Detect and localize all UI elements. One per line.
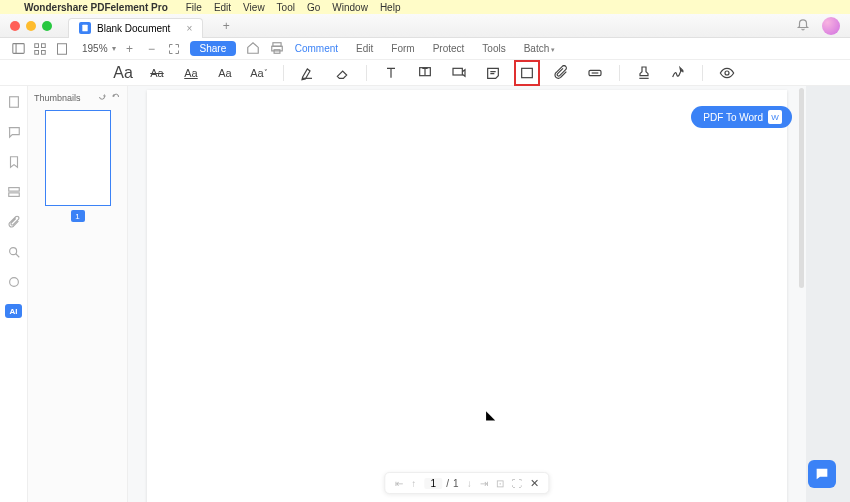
last-page-icon[interactable]: ⇥ (480, 478, 488, 489)
maximize-window-button[interactable] (42, 21, 52, 31)
fit-page-icon[interactable] (166, 41, 182, 57)
tab-edit[interactable]: Edit (356, 43, 373, 54)
svg-rect-6 (42, 50, 46, 54)
rectangle-tool[interactable] (517, 63, 537, 83)
svg-point-16 (725, 71, 729, 75)
bell-icon[interactable] (796, 17, 810, 35)
chevron-down-icon: ▾ (112, 44, 116, 53)
caret-tool[interactable]: Aa˅ (249, 63, 269, 83)
close-nav-button[interactable]: ✕ (530, 477, 539, 490)
close-window-button[interactable] (10, 21, 20, 31)
link-tool[interactable] (585, 63, 605, 83)
current-page-input[interactable] (424, 478, 442, 489)
fields-rail-icon[interactable] (6, 184, 22, 200)
home-icon[interactable] (246, 41, 260, 57)
page-thumbnail-1[interactable] (45, 110, 111, 206)
fullscreen-icon[interactable]: ⛶ (512, 478, 522, 489)
next-page-icon[interactable]: ↓ (467, 478, 472, 489)
page-sep: / (446, 478, 449, 489)
annotation-toolbar: Aa Aa Aa Aa Aa˅ (0, 60, 850, 86)
callout-tool[interactable] (415, 63, 435, 83)
eraser-tool[interactable] (332, 63, 352, 83)
tab-batch[interactable]: Batch▾ (524, 43, 556, 54)
stamp-tool[interactable] (634, 63, 654, 83)
svg-rect-18 (8, 188, 19, 192)
area-highlight-tool[interactable] (298, 63, 318, 83)
prev-page-icon[interactable]: ↑ (411, 478, 416, 489)
svg-rect-19 (8, 193, 19, 197)
zoom-out-button[interactable]: − (144, 41, 160, 57)
close-tab-button[interactable]: × (186, 23, 192, 34)
thumbnails-panel: Thumbnails 1 (28, 86, 128, 502)
svg-point-22 (9, 278, 18, 287)
comments-rail-icon[interactable] (6, 124, 22, 140)
document-tab[interactable]: Blank Document × (68, 18, 203, 38)
main-body: AI Thumbnails 1 PDF To Word W ⇤ ↑ / (0, 86, 850, 502)
menu-edit[interactable]: Edit (214, 2, 231, 13)
signature-tool[interactable] (668, 63, 688, 83)
page-thumbnail-number: 1 (71, 210, 85, 222)
tab-form[interactable]: Form (391, 43, 414, 54)
fit-width-icon[interactable]: ⊡ (496, 478, 504, 489)
new-tab-button[interactable]: + (217, 17, 235, 35)
svg-rect-3 (35, 43, 39, 47)
app-name[interactable]: Wondershare PDFelement Pro (24, 2, 168, 13)
sticky-note-tool[interactable] (483, 63, 503, 83)
rotate-right-icon[interactable] (111, 92, 121, 104)
svg-rect-17 (9, 97, 18, 108)
menu-window[interactable]: Window (332, 2, 368, 13)
word-icon: W (768, 110, 782, 124)
hide-annotations-tool[interactable] (717, 63, 737, 83)
help-chat-button[interactable] (808, 460, 836, 488)
page-view-icon[interactable] (54, 41, 70, 57)
thumbnails-rail-icon[interactable] (6, 94, 22, 110)
zoom-control[interactable]: 195% ▾ (82, 43, 116, 54)
tab-tools[interactable]: Tools (482, 43, 505, 54)
vertical-scrollbar[interactable] (799, 88, 804, 288)
print-icon[interactable] (270, 41, 284, 57)
rotate-left-icon[interactable] (97, 92, 107, 104)
first-page-icon[interactable]: ⇤ (395, 478, 403, 489)
underline-tool[interactable]: Aa (181, 63, 201, 83)
svg-rect-4 (42, 43, 46, 47)
tab-comment[interactable]: Comment (295, 43, 338, 54)
system-menubar: Wondershare PDFelement Pro File Edit Vie… (0, 0, 850, 14)
minimize-window-button[interactable] (26, 21, 36, 31)
bookmarks-rail-icon[interactable] (6, 154, 22, 170)
search-rail-icon[interactable] (6, 244, 22, 260)
ai-rail-button[interactable]: AI (5, 304, 22, 318)
menu-file[interactable]: File (186, 2, 202, 13)
left-rail: AI (0, 86, 28, 502)
share-button[interactable]: Share (190, 41, 237, 56)
menu-view[interactable]: View (243, 2, 265, 13)
squiggly-tool[interactable]: Aa (215, 63, 235, 83)
tab-protect[interactable]: Protect (433, 43, 465, 54)
document-canvas[interactable]: PDF To Word W ⇤ ↑ / 1 ↓ ⇥ ⊡ ⛶ ✕ (128, 86, 806, 502)
page-navigation: ⇤ ↑ / 1 ↓ ⇥ ⊡ ⛶ ✕ (384, 472, 549, 494)
traffic-lights (10, 21, 52, 31)
sidebar-toggle-icon[interactable] (10, 41, 26, 57)
menu-tool[interactable]: Tool (277, 2, 295, 13)
svg-rect-0 (82, 25, 87, 32)
page-1[interactable] (147, 90, 787, 502)
zoom-in-button[interactable]: + (122, 41, 138, 57)
window-titlebar: Blank Document × + (0, 14, 850, 38)
text-box-tool[interactable] (381, 63, 401, 83)
strikethrough-tool[interactable]: Aa (147, 63, 167, 83)
pdf-to-word-button[interactable]: PDF To Word W (691, 106, 792, 128)
svg-line-21 (15, 254, 19, 258)
grid-view-icon[interactable] (32, 41, 48, 57)
attachments-rail-icon[interactable] (6, 214, 22, 230)
svg-rect-1 (12, 44, 23, 54)
menu-go[interactable]: Go (307, 2, 320, 13)
attachment-tool[interactable] (551, 63, 571, 83)
document-tab-title: Blank Document (97, 23, 170, 34)
total-pages: 1 (453, 478, 459, 489)
text-callout-tool[interactable] (449, 63, 469, 83)
menu-help[interactable]: Help (380, 2, 401, 13)
right-margin (806, 86, 850, 502)
settings-rail-icon[interactable] (6, 274, 22, 290)
highlight-tool[interactable]: Aa (113, 63, 133, 83)
zoom-value: 195% (82, 43, 108, 54)
user-avatar[interactable] (822, 17, 840, 35)
